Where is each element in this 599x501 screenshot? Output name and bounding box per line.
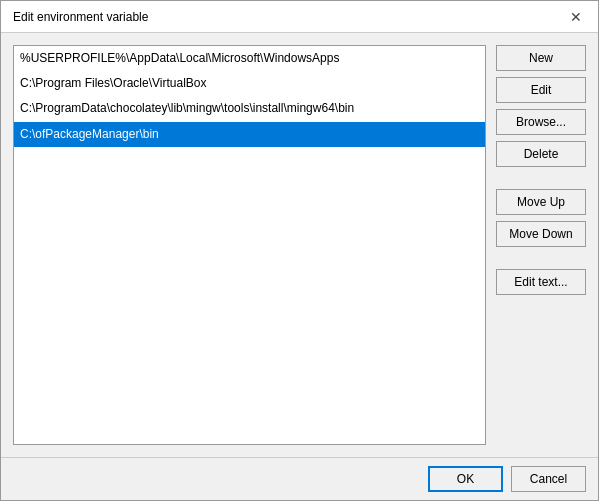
- cancel-button[interactable]: Cancel: [511, 466, 586, 492]
- delete-button[interactable]: Delete: [496, 141, 586, 167]
- list-item[interactable]: %USERPROFILE%\AppData\Local\Microsoft\Wi…: [14, 46, 485, 71]
- spacer-1: [496, 173, 586, 183]
- spacer-2: [496, 253, 586, 263]
- list-item[interactable]: C:\ofPackageManager\bin: [14, 122, 485, 147]
- dialog-footer: OK Cancel: [1, 457, 598, 500]
- title-bar: Edit environment variable ✕: [1, 1, 598, 33]
- buttons-panel: New Edit Browse... Delete Move Up Move D…: [496, 45, 586, 445]
- env-variable-list[interactable]: %USERPROFILE%\AppData\Local\Microsoft\Wi…: [13, 45, 486, 445]
- list-item[interactable]: C:\Program Files\Oracle\VirtualBox: [14, 71, 485, 96]
- new-button[interactable]: New: [496, 45, 586, 71]
- list-item[interactable]: C:\ProgramData\chocolatey\lib\mingw\tool…: [14, 96, 485, 121]
- ok-button[interactable]: OK: [428, 466, 503, 492]
- close-button[interactable]: ✕: [566, 7, 586, 27]
- edit-button[interactable]: Edit: [496, 77, 586, 103]
- dialog-content: %USERPROFILE%\AppData\Local\Microsoft\Wi…: [1, 33, 598, 457]
- browse-button[interactable]: Browse...: [496, 109, 586, 135]
- move-down-button[interactable]: Move Down: [496, 221, 586, 247]
- edit-text-button[interactable]: Edit text...: [496, 269, 586, 295]
- dialog-title: Edit environment variable: [13, 10, 148, 24]
- edit-env-variable-dialog: Edit environment variable ✕ %USERPROFILE…: [0, 0, 599, 501]
- move-up-button[interactable]: Move Up: [496, 189, 586, 215]
